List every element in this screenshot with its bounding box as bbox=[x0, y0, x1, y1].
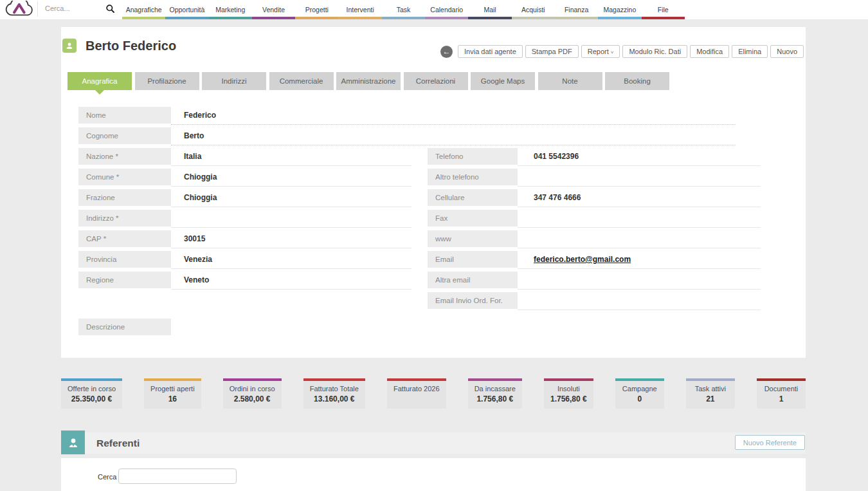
field-value bbox=[518, 230, 761, 248]
field-value bbox=[518, 272, 761, 290]
form-row: Indirizzo * bbox=[78, 210, 411, 228]
field-label: Frazione bbox=[78, 189, 171, 206]
kpi-label: Task attivi bbox=[692, 385, 728, 393]
field-value: Venezia bbox=[171, 251, 411, 269]
field-value: 347 476 4666 bbox=[518, 189, 761, 207]
tab-indirizzi[interactable]: Indirizzi bbox=[202, 72, 266, 90]
search-icon[interactable] bbox=[105, 4, 115, 14]
referenti-search-area: Cerca bbox=[61, 458, 806, 491]
kpi-label: Offerte in corso bbox=[68, 385, 116, 393]
main-nav: AnagraficheOpportunitàMarketingVenditePr… bbox=[122, 0, 685, 19]
referenti-section-title: Referenti bbox=[96, 432, 140, 454]
kpi-card-task-attivi[interactable]: Task attivi21 bbox=[686, 378, 735, 409]
nav-item-calendario[interactable]: Calendario bbox=[425, 0, 468, 19]
referenti-search-input[interactable] bbox=[118, 468, 237, 484]
nav-item-magazzino[interactable]: Magazzino bbox=[598, 0, 641, 19]
tab-profilazione[interactable]: Profilazione bbox=[135, 72, 199, 90]
action-button-modulo-ric-dati[interactable]: Modulo Ric. Dati bbox=[622, 45, 687, 58]
form-row: ProvinciaVenezia bbox=[78, 251, 411, 269]
kpi-value: 16 bbox=[150, 394, 194, 403]
field-value: Chioggia bbox=[171, 189, 411, 207]
descrizione-label-row: Descrizione bbox=[78, 319, 171, 335]
referenti-header-bar: Referenti Nuovo Referente bbox=[61, 432, 806, 454]
field-label: Altra email bbox=[428, 272, 518, 288]
action-button-elimina[interactable]: Elimina bbox=[732, 45, 768, 58]
form-row: www bbox=[428, 230, 761, 248]
referenti-person-icon bbox=[61, 431, 85, 454]
form-row: Nazione *Italia bbox=[78, 148, 411, 166]
nav-item-marketing[interactable]: Marketing bbox=[209, 0, 252, 19]
nav-item-opportunità[interactable]: Opportunità bbox=[165, 0, 208, 19]
field-label: Email bbox=[428, 251, 518, 268]
tab-commerciale[interactable]: Commerciale bbox=[269, 72, 334, 90]
kpi-card-da-incassare[interactable]: Da incassare1.756,80 € bbox=[468, 378, 522, 409]
field-value: Veneto bbox=[171, 272, 411, 290]
field-value: federico.berto@gmail.com bbox=[518, 251, 761, 269]
kpi-value: 1.756,80 € bbox=[475, 394, 516, 403]
action-button-invia-dati-agente[interactable]: Invia dati agente bbox=[458, 45, 523, 58]
form-row: Cellulare347 476 4666 bbox=[428, 189, 761, 207]
form-row: Comune *Chioggia bbox=[78, 169, 411, 187]
divider bbox=[37, 1, 38, 17]
action-button-report[interactable]: Report˅ bbox=[581, 45, 620, 58]
field-label: Nome bbox=[78, 107, 171, 124]
form-row: CAP *30015 bbox=[78, 230, 411, 248]
nav-item-progetti[interactable]: Progetti bbox=[295, 0, 338, 19]
action-button-nuovo[interactable]: Nuovo bbox=[770, 45, 804, 58]
kpi-label: Campagne bbox=[622, 385, 658, 393]
action-button-stampa-pdf[interactable]: Stampa PDF bbox=[525, 45, 579, 58]
nav-item-acquisti[interactable]: Acquisti bbox=[512, 0, 555, 19]
nav-item-mail[interactable]: Mail bbox=[468, 0, 511, 19]
tab-anagrafica[interactable]: Anagrafica bbox=[68, 72, 132, 90]
nav-item-interventi[interactable]: Interventi bbox=[338, 0, 381, 19]
kpi-value: 2.580,00 € bbox=[230, 394, 275, 403]
nav-item-vendite[interactable]: Vendite bbox=[252, 0, 295, 19]
field-label: Nazione * bbox=[78, 148, 171, 165]
tab-note[interactable]: Note bbox=[538, 72, 602, 90]
email-link[interactable]: federico.berto@gmail.com bbox=[534, 255, 631, 264]
header-actions: ← Invia dati agenteStampa PDFReport˅Modu… bbox=[440, 45, 804, 58]
field-value: Chioggia bbox=[171, 169, 411, 187]
form-row: Altro telefono bbox=[428, 169, 761, 187]
form-left-column: Nazione *ItaliaComune *ChioggiaFrazioneC… bbox=[78, 148, 411, 292]
nav-item-anagrafiche[interactable]: Anagrafiche bbox=[122, 0, 165, 19]
kpi-label: Fatturato 2026 bbox=[393, 385, 440, 393]
kpi-value: 21 bbox=[692, 394, 728, 403]
kpi-value: 1 bbox=[763, 394, 799, 403]
kpi-card-fatturato-totale[interactable]: Fatturato Totale13.160,00 € bbox=[303, 378, 365, 409]
nav-item-task[interactable]: Task bbox=[382, 0, 425, 19]
nav-item-finanza[interactable]: Finanza bbox=[555, 0, 598, 19]
kpi-card-documenti[interactable]: Documenti1 bbox=[757, 378, 806, 409]
field-value: 30015 bbox=[171, 230, 411, 248]
form-row: Fax bbox=[428, 210, 761, 228]
field-label-descrizione: Descrizione bbox=[78, 319, 171, 335]
back-button[interactable]: ← bbox=[440, 46, 453, 58]
form-row: Email Invio Ord. For. bbox=[428, 292, 761, 310]
field-label: Fax bbox=[428, 210, 518, 227]
tab-google-maps[interactable]: Google Maps bbox=[471, 72, 535, 90]
kpi-card-offerte-in-corso[interactable]: Offerte in corso25.350,00 € bbox=[61, 378, 122, 409]
action-button-modifica[interactable]: Modifica bbox=[690, 45, 729, 58]
kpi-card-insoluti[interactable]: Insoluti1.756,80 € bbox=[544, 378, 593, 409]
tab-correlazioni[interactable]: Correlazioni bbox=[404, 72, 468, 90]
form-row: FrazioneChioggia bbox=[78, 189, 411, 207]
kpi-card-fatturato-2026[interactable]: Fatturato 2026 bbox=[387, 378, 446, 409]
tab-amministrazione[interactable]: Amministrazione bbox=[336, 72, 401, 90]
nuovo-referente-button[interactable]: Nuovo Referente bbox=[735, 435, 805, 450]
tab-strip: AnagraficaProfilazioneIndirizziCommercia… bbox=[68, 72, 669, 90]
kpi-value: 1.756,80 € bbox=[550, 394, 587, 403]
referenti-search-label: Cerca bbox=[98, 473, 116, 481]
kpi-label: Insoluti bbox=[550, 385, 587, 393]
kpi-value bbox=[393, 394, 440, 403]
global-search-input[interactable] bbox=[41, 5, 105, 12]
field-label: Cognome bbox=[78, 127, 171, 144]
tab-booking[interactable]: Booking bbox=[605, 72, 669, 90]
field-value bbox=[518, 292, 761, 310]
nav-item-file[interactable]: File bbox=[642, 0, 685, 19]
kpi-card-campagne[interactable]: Campagne0 bbox=[615, 378, 664, 409]
kpi-card-progetti-aperti[interactable]: Progetti aperti16 bbox=[144, 378, 201, 409]
kpi-card-ordini-in-corso[interactable]: Ordini in corso2.580,00 € bbox=[223, 378, 282, 409]
app-logo-cloud-icon[interactable] bbox=[2, 1, 37, 17]
field-value bbox=[171, 210, 411, 228]
field-label: www bbox=[428, 230, 518, 247]
